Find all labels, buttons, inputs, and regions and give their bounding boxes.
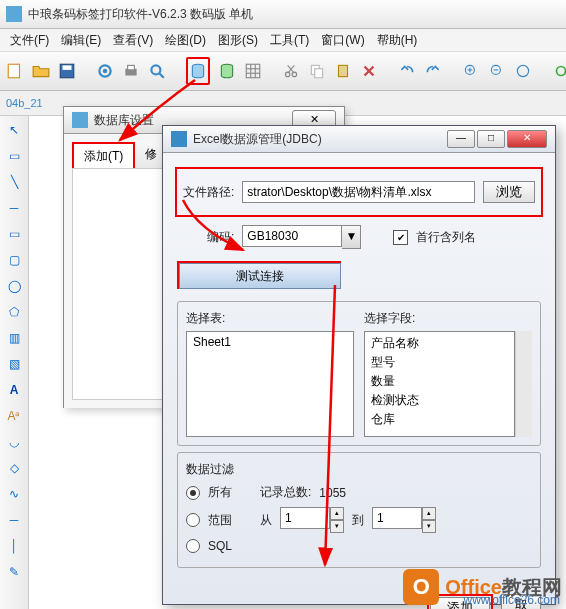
spin-down-icon[interactable]: ▾ bbox=[422, 520, 436, 533]
close-button[interactable]: ✕ bbox=[507, 130, 547, 148]
diamond-icon[interactable]: ◇ bbox=[4, 458, 24, 478]
from-spinner[interactable]: ▴▾ bbox=[280, 507, 344, 533]
test-connection-button[interactable]: 测试连接 bbox=[177, 261, 341, 289]
zoom-out-icon[interactable] bbox=[488, 60, 506, 82]
arc-icon[interactable]: ◡ bbox=[4, 432, 24, 452]
main-toolbar bbox=[0, 52, 566, 91]
line2-icon[interactable]: ─ bbox=[4, 198, 24, 218]
radio-all[interactable] bbox=[186, 486, 200, 500]
redo-icon[interactable] bbox=[424, 60, 442, 82]
zoom-fit-icon[interactable] bbox=[514, 60, 532, 82]
table-listbox[interactable]: Sheet1 bbox=[186, 331, 354, 437]
field-listbox[interactable]: 产品名称 型号 数量 检测状态 仓库 bbox=[364, 331, 515, 437]
radio-range[interactable] bbox=[186, 513, 200, 527]
open-icon[interactable] bbox=[32, 60, 50, 82]
left-toolbar: ↖ ▭ ╲ ─ ▭ ▢ ◯ ⬠ ▥ ▧ A Aᵃ ◡ ◇ ∿ ─ │ ✎ bbox=[0, 116, 29, 609]
copy-icon[interactable] bbox=[308, 60, 326, 82]
spin-up-icon[interactable]: ▴ bbox=[330, 507, 344, 520]
database-icon[interactable] bbox=[186, 57, 210, 85]
radio-sql[interactable] bbox=[186, 539, 200, 553]
to-label: 到 bbox=[352, 512, 364, 529]
preview-icon[interactable] bbox=[148, 60, 166, 82]
menu-edit[interactable]: 编辑(E) bbox=[57, 30, 105, 51]
rect-icon[interactable]: ▭ bbox=[4, 224, 24, 244]
gear-icon[interactable] bbox=[96, 60, 114, 82]
select-field-label: 选择字段: bbox=[364, 311, 415, 325]
radio-sql-label: SQL bbox=[208, 539, 232, 553]
menu-draw[interactable]: 绘图(D) bbox=[161, 30, 210, 51]
roundrect-icon[interactable]: ▢ bbox=[4, 250, 24, 270]
undo-icon[interactable] bbox=[398, 60, 416, 82]
chevron-down-icon[interactable]: ▼ bbox=[342, 225, 361, 249]
tab-add[interactable]: 添加(T) bbox=[72, 142, 135, 168]
image-icon[interactable]: ▧ bbox=[4, 354, 24, 374]
window-buttons: — □ ✕ bbox=[447, 130, 547, 148]
encoding-row: 编码: ▼ ✔ 首行含列名 bbox=[207, 225, 541, 249]
filter-label: 数据过滤 bbox=[186, 462, 234, 476]
radio-range-label: 范围 bbox=[208, 512, 232, 529]
table-field-section: 选择表: Sheet1 选择字段: 产品名称 型号 数量 检测状态 仓库 bbox=[177, 301, 541, 446]
refresh-icon[interactable] bbox=[552, 60, 566, 82]
menu-tools[interactable]: 工具(T) bbox=[266, 30, 313, 51]
first-row-checkbox[interactable]: ✔ bbox=[393, 230, 408, 245]
svg-rect-21 bbox=[315, 69, 323, 78]
new-icon[interactable] bbox=[6, 60, 24, 82]
delete-icon[interactable] bbox=[360, 60, 378, 82]
browse-button[interactable]: 浏览 bbox=[483, 181, 535, 203]
polygon-icon[interactable]: ⬠ bbox=[4, 302, 24, 322]
from-input[interactable] bbox=[280, 507, 330, 529]
maximize-button[interactable]: □ bbox=[477, 130, 505, 148]
path-input[interactable] bbox=[242, 181, 475, 203]
line-icon[interactable]: ╲ bbox=[4, 172, 24, 192]
encoding-select[interactable]: ▼ bbox=[242, 225, 361, 249]
encoding-value[interactable] bbox=[242, 225, 342, 247]
list-item[interactable]: 数量 bbox=[369, 372, 510, 391]
tab-label[interactable]: 04b_21 bbox=[6, 97, 43, 109]
select-table-label: 选择表: bbox=[186, 311, 225, 325]
svg-rect-11 bbox=[246, 64, 260, 78]
list-item[interactable]: Sheet1 bbox=[191, 334, 349, 350]
select-icon[interactable]: ▭ bbox=[4, 146, 24, 166]
svg-rect-6 bbox=[128, 65, 135, 70]
menu-help[interactable]: 帮助(H) bbox=[373, 30, 422, 51]
paste-icon[interactable] bbox=[334, 60, 352, 82]
hline-icon[interactable]: ─ bbox=[4, 510, 24, 530]
ellipse-icon[interactable]: ◯ bbox=[4, 276, 24, 296]
cut-icon[interactable] bbox=[282, 60, 300, 82]
barcode-icon[interactable]: ▥ bbox=[4, 328, 24, 348]
first-row-label: 首行含列名 bbox=[416, 229, 476, 246]
list-item[interactable]: 检测状态 bbox=[369, 391, 510, 410]
test-button-wrap: 测试连接 bbox=[177, 261, 541, 289]
curve-icon[interactable]: ∿ bbox=[4, 484, 24, 504]
richtext-icon[interactable]: Aᵃ bbox=[4, 406, 24, 426]
scrollbar[interactable] bbox=[515, 331, 532, 437]
grid-icon[interactable] bbox=[244, 60, 262, 82]
menu-graphics[interactable]: 图形(S) bbox=[214, 30, 262, 51]
record-count-value: 1055 bbox=[319, 486, 346, 500]
text-icon[interactable]: A bbox=[4, 380, 24, 400]
to-input[interactable] bbox=[372, 507, 422, 529]
minimize-button[interactable]: — bbox=[447, 130, 475, 148]
menubar: 文件(F) 编辑(E) 查看(V) 绘图(D) 图形(S) 工具(T) 窗口(W… bbox=[0, 29, 566, 52]
print-icon[interactable] bbox=[122, 60, 140, 82]
svg-point-30 bbox=[517, 65, 528, 76]
vline-icon[interactable]: │ bbox=[4, 536, 24, 556]
spin-down-icon[interactable]: ▾ bbox=[330, 520, 344, 533]
menu-view[interactable]: 查看(V) bbox=[109, 30, 157, 51]
menu-file[interactable]: 文件(F) bbox=[6, 30, 53, 51]
filter-range-row: 范围 从 ▴▾ 到 ▴▾ bbox=[186, 507, 532, 533]
zoom-in-icon[interactable] bbox=[462, 60, 480, 82]
dialog-titlebar[interactable]: Excel数据源管理(JDBC) — □ ✕ bbox=[163, 126, 555, 153]
menu-window[interactable]: 窗口(W) bbox=[317, 30, 368, 51]
database-refresh-icon[interactable] bbox=[218, 60, 236, 82]
svg-rect-2 bbox=[63, 65, 72, 70]
encoding-label: 编码: bbox=[207, 229, 234, 246]
spin-up-icon[interactable]: ▴ bbox=[422, 507, 436, 520]
list-item[interactable]: 型号 bbox=[369, 353, 510, 372]
list-item[interactable]: 仓库 bbox=[369, 410, 510, 429]
pointer-icon[interactable]: ↖ bbox=[4, 120, 24, 140]
to-spinner[interactable]: ▴▾ bbox=[372, 507, 436, 533]
eyedrop-icon[interactable]: ✎ bbox=[4, 562, 24, 582]
save-icon[interactable] bbox=[58, 60, 76, 82]
list-item[interactable]: 产品名称 bbox=[369, 334, 510, 353]
